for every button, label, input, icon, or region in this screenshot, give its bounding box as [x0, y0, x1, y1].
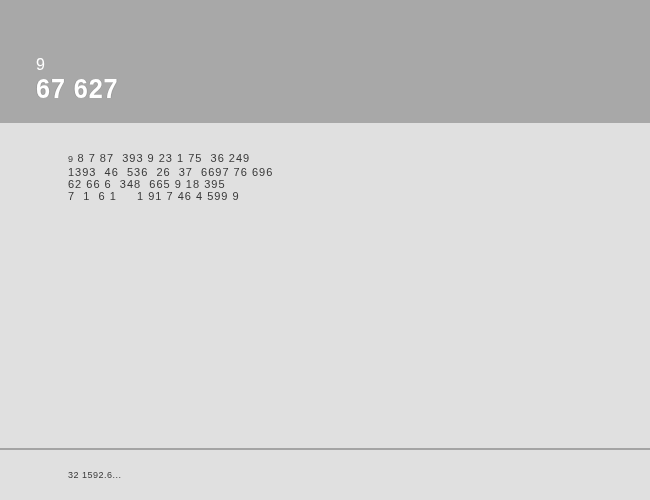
content-line-2: 62 66 6 348 665 9 18 395: [68, 178, 582, 190]
content-line-0: 8 7 87 393 9 23 1 75 36 249: [77, 152, 250, 164]
footer-text: 32 1592.6...: [68, 470, 582, 480]
content-line-3: 7 1 6 1 1 91 7 46 4 599 9: [68, 190, 582, 202]
content: 9 8 7 87 393 9 23 1 75 36 249 1393 46 53…: [0, 123, 650, 448]
header-small-text: 9: [36, 57, 614, 73]
content-line-1: 1393 46 536 26 37 6697 76 696: [68, 166, 582, 178]
header: 9 67 627: [0, 0, 650, 123]
content-small-text: 9: [68, 154, 73, 164]
header-title: 67 627: [36, 73, 556, 105]
footer: 32 1592.6...: [0, 448, 650, 500]
